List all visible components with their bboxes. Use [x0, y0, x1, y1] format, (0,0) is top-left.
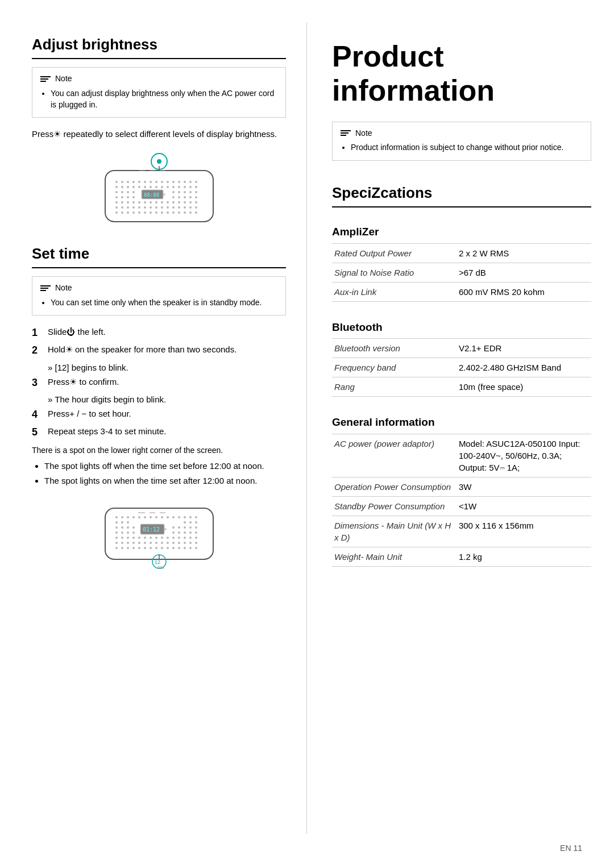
spec-label: Frequency band: [332, 358, 457, 377]
svg-point-180: [115, 547, 118, 549]
svg-point-49: [184, 196, 186, 198]
svg-point-110: [144, 516, 146, 518]
bluetooth-subtitle: Bluetooth: [332, 320, 591, 337]
svg-point-167: [127, 542, 129, 544]
svg-point-96: [195, 211, 197, 214]
table-row: Operation Power Consumption 3W: [332, 477, 591, 496]
svg-point-116: [178, 516, 180, 518]
svg-point-191: [178, 547, 180, 549]
svg-point-137: [178, 526, 180, 529]
svg-point-153: [132, 537, 135, 539]
page-footer: EN 11: [560, 843, 582, 854]
step-3-sub: The hour digits begin to blink.: [32, 393, 286, 405]
svg-point-143: [127, 531, 129, 534]
table-row: Aux-in Link 600 mV RMS 20 kohm: [332, 282, 591, 301]
svg-text:☀: ☀: [156, 159, 161, 165]
svg-point-93: [178, 211, 180, 214]
spec-value: 2.402-2.480 GHzISM Band: [457, 358, 591, 377]
set-time-title: Set time: [32, 243, 286, 268]
svg-point-72: [144, 206, 146, 209]
svg-point-186: [150, 547, 152, 549]
svg-point-86: [138, 211, 140, 214]
svg-point-44: [121, 196, 123, 198]
svg-point-114: [167, 516, 169, 518]
svg-point-88: [150, 211, 152, 214]
spec-label: AC power (power adaptor): [332, 434, 457, 477]
bluetooth-table: Bluetooth version V2.1+ EDR Frequency ba…: [332, 338, 591, 397]
left-column: Adjust brightness Note You can adjust di…: [0, 23, 307, 834]
svg-point-121: [121, 521, 123, 524]
svg-point-165: [115, 542, 118, 544]
svg-point-60: [161, 201, 163, 203]
svg-point-53: [121, 201, 123, 203]
svg-point-133: [121, 526, 123, 529]
product-info-note: Note Product information is subject to c…: [332, 122, 591, 161]
svg-point-138: [184, 526, 186, 529]
svg-point-181: [121, 547, 123, 549]
svg-point-18: [127, 186, 129, 188]
spec-label: Rang: [332, 377, 457, 397]
svg-point-78: [178, 206, 180, 209]
svg-point-10: [167, 181, 169, 183]
spec-label: Operation Power Consumption: [332, 477, 457, 496]
note-header: Note: [40, 73, 277, 85]
svg-point-5: [138, 181, 140, 183]
svg-point-4: [132, 181, 135, 183]
step-num-2: 2: [32, 343, 43, 358]
svg-point-109: [138, 516, 140, 518]
svg-point-66: [195, 201, 197, 203]
svg-point-42: [195, 191, 197, 193]
svg-point-43: [115, 196, 118, 198]
svg-point-174: [167, 542, 169, 544]
svg-point-39: [178, 191, 180, 193]
svg-point-76: [167, 206, 169, 209]
svg-point-131: [164, 528, 167, 530]
svg-point-74: [155, 206, 157, 209]
svg-point-168: [132, 542, 135, 544]
spot-text: There is a spot on the lower right corne…: [32, 445, 286, 456]
svg-point-26: [172, 186, 175, 188]
steps-list: 1 Slide⏻ the left. 2 Hold☀ on the speake…: [32, 326, 286, 439]
bullet-1: The spot lights off when the time set be…: [44, 460, 286, 472]
svg-point-134: [127, 526, 129, 529]
general-info-table: AC power (power adaptor) Model: ASUC12A-…: [332, 434, 591, 567]
svg-point-123: [184, 521, 186, 524]
svg-point-28: [184, 186, 186, 188]
svg-point-87: [144, 211, 146, 214]
step-num-5: 5: [32, 425, 43, 439]
svg-point-119: [195, 516, 197, 518]
svg-point-125: [195, 521, 197, 524]
chapter-title-line1: Product: [332, 40, 443, 73]
svg-point-179: [195, 542, 197, 544]
note-icon-3: [341, 130, 351, 136]
svg-point-12: [178, 181, 180, 183]
svg-point-21: [144, 186, 146, 188]
svg-point-9: [161, 181, 163, 183]
spec-label: Signal to Noise Ratio: [332, 263, 457, 282]
svg-point-36: [127, 191, 129, 193]
svg-point-33: [163, 193, 165, 196]
svg-point-90: [161, 211, 163, 214]
spec-label: Rated Output Power: [332, 243, 457, 263]
svg-point-118: [189, 516, 192, 518]
spec-value: 10m (free space): [457, 377, 591, 397]
svg-point-177: [184, 542, 186, 544]
svg-point-59: [155, 201, 157, 203]
spec-label: Aux-in Link: [332, 282, 457, 301]
note-icon-2: [40, 285, 51, 291]
svg-point-176: [178, 542, 180, 544]
svg-point-13: [184, 181, 186, 183]
svg-point-132: [115, 526, 118, 529]
brightness-body: Press☀ repeatedly to select different le…: [32, 128, 286, 141]
svg-point-136: [172, 526, 175, 529]
svg-point-19: [132, 186, 135, 188]
spec-value: >67 dB: [457, 263, 591, 282]
table-row: Frequency band 2.402-2.480 GHzISM Band: [332, 358, 591, 377]
step-text-5: Repeat steps 3-4 to set minute.: [48, 425, 286, 439]
table-row: Signal to Noise Ratio >67 dB: [332, 263, 591, 282]
svg-point-150: [115, 537, 118, 539]
spec-value: <1W: [457, 496, 591, 516]
set-time-section: Set time Note You can set time only when…: [32, 243, 286, 578]
svg-point-25: [167, 186, 169, 188]
bluetooth-section: Bluetooth Bluetooth version V2.1+ EDR Fr…: [332, 320, 591, 397]
